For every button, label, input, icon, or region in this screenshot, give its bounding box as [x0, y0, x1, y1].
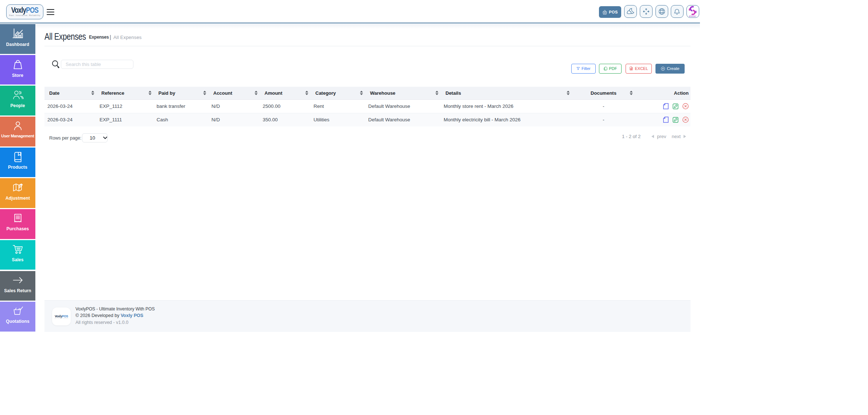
svg-text:STOCKY: STOCKY	[689, 15, 696, 17]
